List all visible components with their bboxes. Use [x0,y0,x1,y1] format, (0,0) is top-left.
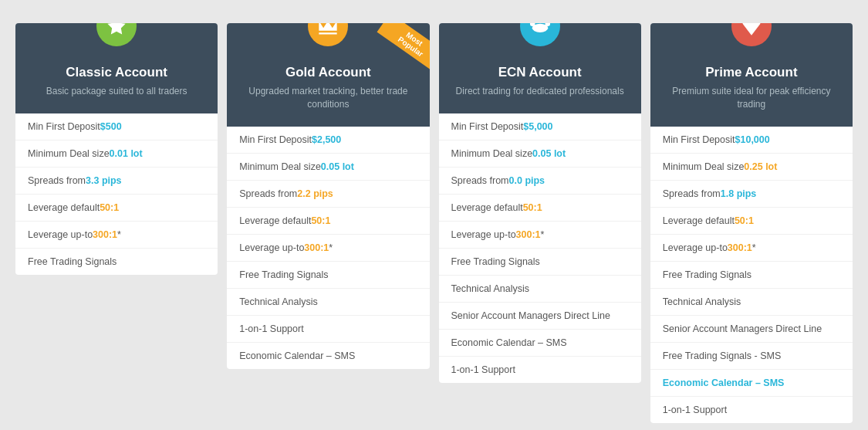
feature-suffix: * [117,229,121,240]
feature-row: Economic Calendar – SMS [227,343,429,369]
feature-label: Min First Deposit [239,134,312,145]
feature-label: Leverage default [451,202,523,213]
card-gold: Most PopularGold AccountUpgraded market … [227,23,429,369]
feature-row: Min First Deposit $10,000 [650,127,853,154]
feature-label: Min First Deposit [28,121,100,132]
feature-row: Min First Deposit $5,000 [439,113,641,141]
feature-row: Min First Deposit $500 [15,113,218,141]
feature-row: Leverage default 50:1 [650,208,853,235]
feature-value: 1.8 pips [721,188,757,199]
feature-row: Minimum Deal size 0.25 lot [650,154,853,181]
feature-row: Senior Account Managers Direct Line [439,303,641,330]
feature-row: Leverage up-to 300:1 * [439,222,641,249]
feature-value: 50:1 [523,202,542,213]
classic-features: Min First Deposit $500Minimum Deal size … [15,113,218,275]
feature-row: Spreads from 2.2 pips [227,181,429,208]
feature-row: Senior Account Managers Direct Line [650,316,853,343]
feature-label: Economic Calendar – SMS [663,378,785,388]
pricing-cards: Classic AccountBasic package suited to a… [15,23,853,423]
card-ecn: ECN AccountDirect trading for dedicated … [439,23,641,383]
feature-value: 0.05 lot [321,161,354,172]
card-header-ecn: ECN AccountDirect trading for dedicated … [439,23,641,113]
feature-value: 300:1 [728,242,752,253]
gold-features: Min First Deposit $2,500Minimum Deal siz… [227,127,429,369]
classic-subtitle: Basic package suited to all traders [28,85,205,98]
feature-value: $5,000 [523,121,552,132]
feature-value: 300:1 [516,229,541,240]
feature-row: Free Trading Signals - SMS [650,343,853,370]
feature-label: Spreads from [239,188,297,199]
feature-label: Minimum Deal size [663,161,745,172]
feature-value: $500 [100,121,122,132]
feature-row: 1-on-1 Support [650,397,853,423]
feature-row: 1-on-1 Support [439,357,641,383]
feature-row: Min First Deposit $2,500 [227,127,429,154]
prime-title: Prime Account [663,65,840,80]
feature-suffix: * [329,242,333,253]
feature-value: 300:1 [93,229,117,240]
feature-row: Minimum Deal size 0.05 lot [227,154,429,181]
feature-label: Leverage up-to [451,229,516,240]
feature-row: Minimum Deal size 0.05 lot [439,141,641,168]
classic-icon-wrapper [96,23,137,46]
feature-row: Spreads from 0.0 pips [439,168,641,195]
feature-row: Leverage up-to 300:1 * [650,235,853,262]
feature-value: 50:1 [311,215,330,226]
card-header-classic: Classic AccountBasic package suited to a… [15,23,218,113]
gold-title: Gold Account [239,65,417,80]
feature-value: 300:1 [304,242,329,253]
feature-label: Leverage up-to [663,242,728,253]
feature-label: Min First Deposit [451,121,524,132]
prime-icon-wrapper [731,23,772,46]
feature-label: Leverage default [239,215,311,226]
feature-row: Leverage default 50:1 [227,208,429,235]
feature-label: Minimum Deal size [28,148,110,159]
feature-label: Spreads from [663,188,721,199]
feature-value: $2,500 [312,134,341,145]
prime-features: Min First Deposit $10,000Minimum Deal si… [650,127,853,423]
feature-row: Free Trading Signals [439,249,641,276]
feature-row: Spreads from 1.8 pips [650,181,853,208]
feature-row: Technical Analysis [439,276,641,303]
feature-label: Leverage up-to [28,229,93,240]
card-header-prime: Prime AccountPremium suite ideal for pea… [650,23,853,127]
feature-row: Economic Calendar – SMS [439,330,641,357]
prime-subtitle: Premium suite ideal for peak efficiency … [663,85,840,111]
feature-row: Leverage up-to 300:1 * [15,222,218,249]
feature-row: Technical Analysis [650,289,853,316]
feature-row: Spreads from 3.3 pips [15,168,218,195]
feature-label: Min First Deposit [663,134,735,145]
feature-row: Free Trading Signals [227,262,429,289]
feature-value: 0.25 lot [744,161,777,172]
feature-value: 50:1 [735,215,754,226]
feature-value: 0.0 pips [509,175,545,186]
feature-row: Leverage default 50:1 [15,195,218,222]
feature-label: Leverage default [663,215,735,226]
classic-title: Classic Account [28,65,205,80]
feature-row: 1-on-1 Support [227,316,429,343]
feature-label: Spreads from [28,175,86,186]
feature-row: Economic Calendar – SMS [650,370,853,397]
feature-label: Spreads from [451,175,509,186]
feature-value: 3.3 pips [86,175,122,186]
feature-row: Free Trading Signals [15,249,218,275]
feature-value: 0.01 lot [110,148,143,159]
ecn-subtitle: Direct trading for dedicated professiona… [451,85,629,98]
gold-icon-wrapper [308,23,348,46]
feature-label: Leverage default [28,202,100,213]
feature-value: $10,000 [735,134,770,145]
feature-value: 50:1 [100,202,119,213]
card-classic: Classic AccountBasic package suited to a… [15,23,218,275]
feature-row: Leverage default 50:1 [439,195,641,222]
feature-row: Free Trading Signals [650,262,853,289]
feature-value: 2.2 pips [297,188,333,199]
feature-row: Leverage up-to 300:1 * [227,235,429,262]
ecn-icon-wrapper [520,23,560,46]
feature-suffix: * [752,242,756,253]
gold-subtitle: Upgraded market tracking, better trade c… [239,85,417,111]
card-prime: Prime AccountPremium suite ideal for pea… [650,23,853,423]
feature-label: Leverage up-to [239,242,304,253]
ecn-features: Min First Deposit $5,000Minimum Deal siz… [439,113,641,383]
feature-row: Minimum Deal size 0.01 lot [15,141,218,168]
svg-marker-0 [107,23,125,35]
